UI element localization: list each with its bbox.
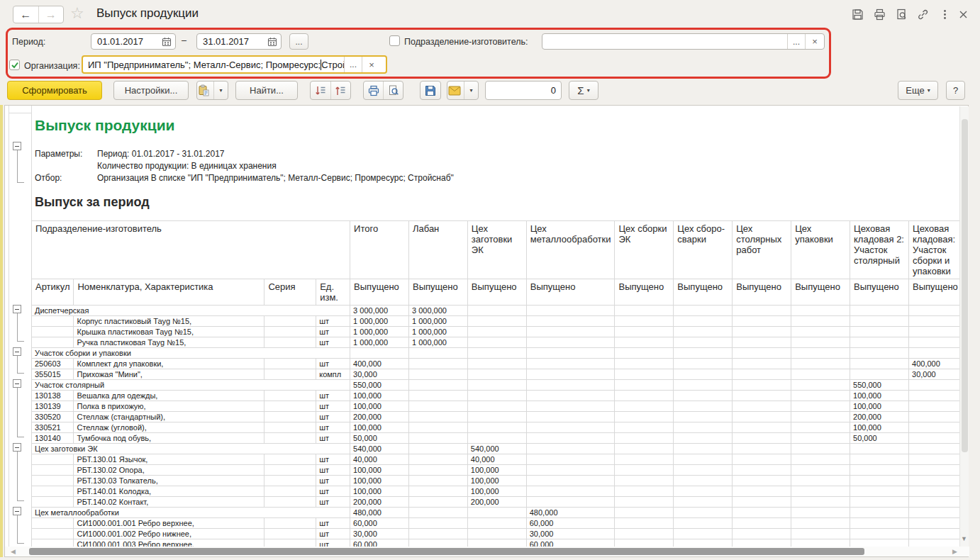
value-cell[interactable]: [615, 486, 674, 497]
value-header[interactable]: Выпущено: [350, 279, 409, 306]
value-cell[interactable]: [674, 444, 733, 454]
group-name-cell[interactable]: Цех металлообработки: [32, 508, 350, 518]
value-cell[interactable]: 100,000: [350, 422, 409, 433]
dept-header[interactable]: Подразделение-изготовитель: [32, 221, 350, 279]
value-cell[interactable]: [791, 391, 850, 401]
group-name-cell[interactable]: Диспетчерская: [32, 306, 350, 316]
name-cell[interactable]: Ручка пластиковая Тауg №15,: [74, 337, 265, 348]
generate-button[interactable]: Сформировать: [7, 81, 102, 100]
value-cell[interactable]: [850, 316, 909, 327]
table-row[interactable]: СИ1000.001.001 Ребро верхнее,шт60,00060,…: [32, 518, 968, 529]
value-cell[interactable]: [615, 508, 674, 518]
find-button[interactable]: Найти...: [235, 81, 298, 100]
column-header[interactable]: Цех металлообработки: [526, 221, 615, 279]
value-cell[interactable]: [733, 454, 791, 465]
value-cell[interactable]: [850, 486, 909, 497]
value-cell[interactable]: [791, 497, 850, 508]
value-cell[interactable]: [408, 476, 467, 486]
value-cell[interactable]: 40,000: [350, 454, 409, 465]
collapse-marker[interactable]: [13, 443, 21, 452]
value-cell[interactable]: [674, 316, 733, 327]
value-cell[interactable]: [615, 306, 674, 316]
value-cell[interactable]: [408, 391, 467, 401]
value-cell[interactable]: [850, 337, 909, 348]
value-cell[interactable]: [733, 518, 791, 529]
value-cell[interactable]: [791, 529, 850, 539]
value-cell[interactable]: [791, 444, 850, 454]
table-row[interactable]: Корпус пластиковый Тауg №15,шт1 000,0001…: [32, 316, 968, 327]
unit-cell[interactable]: шт: [316, 391, 350, 401]
article-cell[interactable]: [32, 486, 74, 497]
value-cell[interactable]: [408, 401, 467, 412]
horizontal-scrollbar[interactable]: ◀ ▶: [5, 547, 969, 556]
value-cell[interactable]: 100,000: [350, 486, 409, 497]
value-cell[interactable]: [615, 359, 674, 369]
value-cell[interactable]: [733, 465, 791, 476]
value-cell[interactable]: 200,000: [350, 412, 409, 422]
value-cell[interactable]: [526, 316, 615, 327]
close-window-icon[interactable]: [957, 8, 971, 22]
value-cell[interactable]: [850, 327, 909, 337]
value-cell[interactable]: 100,000: [350, 391, 409, 401]
value-cell[interactable]: [733, 306, 791, 316]
column-header[interactable]: Цех столярных работ: [733, 221, 791, 279]
value-cell[interactable]: 480,000: [350, 508, 409, 518]
value-cell[interactable]: [467, 518, 526, 529]
value-cell[interactable]: [850, 348, 909, 359]
value-cell[interactable]: [526, 369, 615, 380]
name-cell[interactable]: СИ1000.001.001 Ребро верхнее,: [74, 518, 265, 529]
value-cell[interactable]: 30,000: [350, 529, 409, 539]
value-cell[interactable]: [408, 369, 467, 380]
table-row-group[interactable]: Цех заготовки ЭК540,000540,000: [32, 444, 968, 454]
serial-cell[interactable]: [265, 369, 316, 380]
settings-button[interactable]: Настройки...: [113, 81, 189, 100]
preview-window-icon[interactable]: [895, 8, 909, 22]
name-cell[interactable]: РБТ.130.01 Язычок,: [74, 454, 265, 465]
article-cell[interactable]: [32, 454, 74, 465]
serial-cell[interactable]: [265, 518, 316, 529]
save-result-button[interactable]: [420, 81, 441, 100]
value-cell[interactable]: [733, 401, 791, 412]
table-row[interactable]: 330520Стеллаж (стандартный),шт200,000200…: [32, 412, 968, 422]
value-cell[interactable]: 1 000,000: [350, 316, 409, 327]
value-cell[interactable]: [791, 412, 850, 422]
value-cell[interactable]: [526, 486, 615, 497]
value-cell[interactable]: [733, 412, 791, 422]
value-cell[interactable]: [467, 401, 526, 412]
value-cell[interactable]: [615, 444, 674, 454]
value-cell[interactable]: [791, 359, 850, 369]
column-header[interactable]: Лабан: [408, 221, 467, 279]
value-cell[interactable]: [526, 306, 615, 316]
value-cell[interactable]: [526, 497, 615, 508]
value-cell[interactable]: 1 000,000: [408, 327, 467, 337]
value-cell[interactable]: [615, 454, 674, 465]
value-cell[interactable]: [850, 306, 909, 316]
value-cell[interactable]: [408, 465, 467, 476]
scroll-down-icon[interactable]: ▼: [961, 535, 967, 542]
value-cell[interactable]: [467, 337, 526, 348]
serial-cell[interactable]: [265, 316, 316, 327]
value-cell[interactable]: [408, 486, 467, 497]
name-cell[interactable]: Стеллаж (стандартный),: [74, 412, 265, 422]
value-cell[interactable]: [526, 348, 615, 359]
value-cell[interactable]: 200,000: [350, 497, 409, 508]
name-cell[interactable]: Крышка пластиковая Тауg №15,: [74, 327, 265, 337]
value-cell[interactable]: [615, 433, 674, 444]
name-cell[interactable]: РБТ.140.02 Контакт,: [74, 497, 265, 508]
column-header[interactable]: Цех сборки ЭК: [615, 221, 674, 279]
serial-cell[interactable]: [265, 476, 316, 486]
org-checkbox[interactable]: [9, 60, 20, 70]
value-header[interactable]: Выпущено: [615, 279, 674, 306]
scroll-left-icon[interactable]: ◀: [11, 548, 16, 555]
value-cell[interactable]: [733, 529, 791, 539]
value-header[interactable]: Выпущено: [733, 279, 791, 306]
value-cell[interactable]: [408, 348, 467, 359]
name-cell[interactable]: Стеллаж (угловой),: [74, 422, 265, 433]
org-field[interactable]: ИП "Предприниматель"; Металл-Сервис; Про…: [82, 55, 387, 74]
value-cell[interactable]: [674, 327, 733, 337]
value-cell[interactable]: [467, 306, 526, 316]
value-cell[interactable]: [791, 508, 850, 518]
value-cell[interactable]: [350, 348, 409, 359]
value-cell[interactable]: [674, 422, 733, 433]
table-row[interactable]: 130140Тумбочка под обувь,шт50,00050,000: [32, 433, 968, 444]
